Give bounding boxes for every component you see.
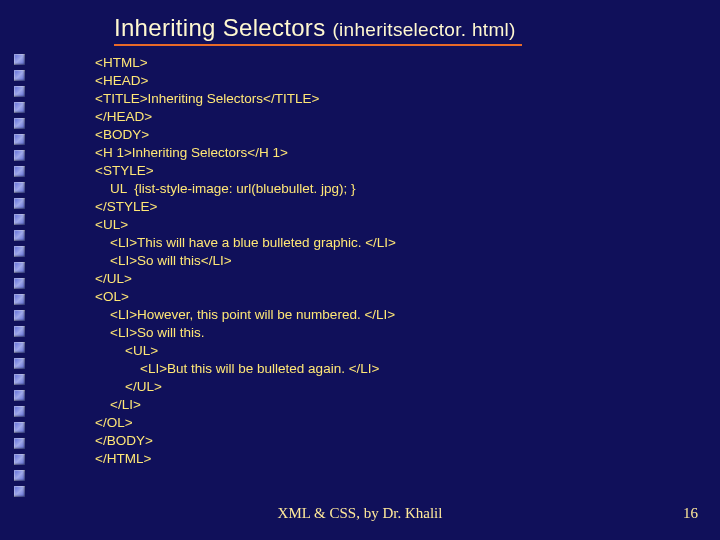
bullet-square-icon — [14, 374, 25, 385]
bullet-square-icon — [14, 118, 25, 129]
bullet-square-icon — [14, 214, 25, 225]
bullet-square-icon — [14, 246, 25, 257]
bullet-square-icon — [14, 342, 25, 353]
title-underline — [114, 44, 522, 46]
bullet-square-icon — [14, 454, 25, 465]
code-block: <HTML> <HEAD> <TITLE>Inheriting Selector… — [95, 54, 396, 468]
bullet-square-icon — [14, 294, 25, 305]
bullet-square-icon — [14, 182, 25, 193]
bullet-square-icon — [14, 166, 25, 177]
bullet-square-icon — [14, 70, 25, 81]
bullet-square-icon — [14, 390, 25, 401]
bullet-square-icon — [14, 198, 25, 209]
title-main: Inheriting Selectors — [114, 14, 332, 41]
decorative-bullet-strip — [14, 54, 28, 497]
bullet-square-icon — [14, 262, 25, 273]
bullet-square-icon — [14, 406, 25, 417]
bullet-square-icon — [14, 470, 25, 481]
bullet-square-icon — [14, 326, 25, 337]
bullet-square-icon — [14, 310, 25, 321]
slide: Inheriting Selectors (inheritselector. h… — [0, 0, 720, 540]
bullet-square-icon — [14, 422, 25, 433]
footer-text: XML & CSS, by Dr. Khalil — [0, 505, 720, 522]
bullet-square-icon — [14, 86, 25, 97]
bullet-square-icon — [14, 102, 25, 113]
bullet-square-icon — [14, 54, 25, 65]
bullet-square-icon — [14, 150, 25, 161]
page-number: 16 — [683, 505, 698, 522]
slide-title: Inheriting Selectors (inheritselector. h… — [114, 14, 516, 42]
bullet-square-icon — [14, 230, 25, 241]
bullet-square-icon — [14, 278, 25, 289]
title-sub: (inheritselector. html) — [332, 19, 515, 40]
bullet-square-icon — [14, 134, 25, 145]
bullet-square-icon — [14, 358, 25, 369]
bullet-square-icon — [14, 486, 25, 497]
bullet-square-icon — [14, 438, 25, 449]
